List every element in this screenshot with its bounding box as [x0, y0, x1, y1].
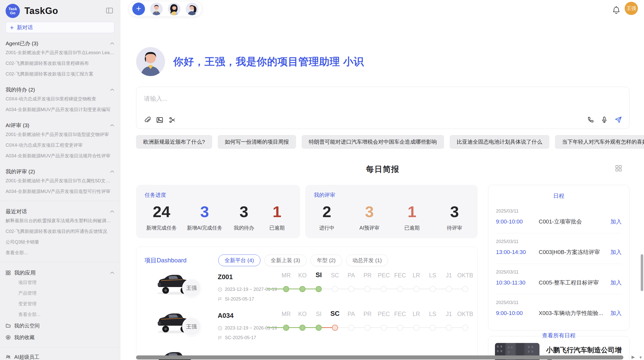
apps-grid-icon [6, 270, 11, 275]
sidebar-item[interactable]: Z001-全新燃油皮卡产品开发项目SI节点Lesson Learn报告 [6, 47, 114, 58]
stats-cards: 任务进度24新增完成任务3新增AI完成任务3我的待办1已逾期我的评审2进行中3A… [136, 185, 478, 238]
owner-name: 王强 [186, 284, 197, 292]
sidebar-item[interactable]: Z001-全新燃油轻卡产品开发项目SI造型提交物评审 [6, 129, 114, 140]
sidebar-subitem[interactable]: 产品管理 [6, 288, 114, 298]
horizontal-scrollbar[interactable] [136, 355, 623, 359]
cloud-space-label: 我的云空间 [14, 322, 40, 329]
suggestion-chip[interactable]: 特朗普可能对进口汽车增税会对中国车企造成哪些影响 [302, 135, 444, 149]
dashboard-tab[interactable]: 年型 (2) [311, 254, 342, 266]
sidebar-item[interactable]: C0X4-动力总成开发项目工程变更评审 [6, 140, 114, 151]
scroll-down-arrow-icon[interactable]: ▼ [639, 355, 642, 359]
sidebar-item[interactable]: C02-飞腾新能源轻客改款项目里程碑画布 [6, 58, 114, 69]
dashboard-tab[interactable]: 全新上装 (3) [265, 254, 307, 266]
chevron-up-icon[interactable] [110, 210, 114, 213]
milestone-label: J1 [446, 311, 452, 318]
voice-call-icon[interactable] [587, 116, 594, 123]
sidebar-section-header[interactable]: 我的待办 (2) [6, 86, 114, 94]
milestone-label: PA [348, 311, 355, 318]
stat-value: 1 [266, 203, 288, 221]
milestone-dot [299, 325, 305, 331]
milestone-dot [462, 286, 468, 292]
daily-briefing-header: 每日简报 [136, 164, 630, 173]
sidebar-item[interactable]: A034-全新新能源MUV产品开发项目计划变更表编写 [6, 104, 114, 115]
tool-label: AI超级员工 [14, 354, 39, 360]
vertical-scrollbar[interactable] [641, 254, 643, 291]
layout-grid-icon[interactable] [615, 165, 622, 173]
attachment-icon[interactable] [143, 116, 151, 124]
schedule-entry: 2025/03/1113:00-14:30C003|H0B-方案冻结评审加入 [496, 239, 622, 264]
insert-image-icon[interactable] [156, 116, 163, 124]
schedule-name: X003-车辆动力学性能验... [539, 309, 607, 317]
new-chat-button[interactable]: + 新对话 [6, 22, 114, 33]
sidebar-item[interactable]: 解释最新出台的欧盟报废车法规再生塑料比例被调至15%... [6, 215, 114, 226]
dashboard-tab[interactable]: 全新平台 (4) [218, 254, 260, 266]
message-composer[interactable]: 请输入... [136, 87, 630, 129]
chevron-up-icon[interactable] [110, 42, 114, 45]
project-milestone-flag: SI-2025-05-17 [218, 296, 254, 302]
scroll-right-arrow-icon[interactable]: ▶ [632, 354, 635, 360]
sidebar-section-header[interactable]: 我的评审 (2) [6, 168, 114, 175]
sidebar-item[interactable]: Z001-全新燃油轻卡产品开发项目SI节点属性5D文件评审 [6, 175, 114, 186]
schedule-entry: 2025/03/119:00-10:00C001-立项审批会加入 [496, 208, 622, 233]
section-title: 我的评审 (2) [6, 168, 35, 175]
milestone-label: SC [331, 272, 339, 279]
sidebar-item-cloud-space[interactable]: 我的云空间 [6, 320, 114, 332]
sidebar-toggle-icon[interactable] [106, 8, 113, 14]
suggestion-chip[interactable]: 如何写一份清晰的项目周报 [218, 135, 296, 149]
schedule-date: 2025/03/11 [496, 239, 622, 244]
chevron-up-icon[interactable] [110, 124, 114, 127]
sidebar-item-my-apps[interactable]: 我的应用 [6, 268, 114, 277]
join-link[interactable]: 加入 [610, 279, 622, 287]
sidebar-item[interactable]: A034-全新新能源MUV产品开发项目造型可行性评审 [6, 186, 114, 197]
scissors-icon[interactable] [169, 116, 176, 124]
suggestion-chips: 欧洲新规最近颁布了什么?如何写一份清晰的项目周报特朗普可能对进口汽车增税会对中国… [136, 135, 630, 149]
stat-value: 3 [443, 203, 466, 221]
join-link[interactable]: 加入 [610, 248, 622, 256]
milestone-label: LS [429, 311, 436, 318]
sidebar-item[interactable]: C0X4-动力总成开发项目SI里程碑提交物检查 [6, 94, 114, 104]
milestone-dot [348, 325, 354, 331]
sidebar-subitem[interactable]: 变更管理 [6, 298, 114, 309]
sidebar-item[interactable]: 公司Q3轻卡销量 [6, 237, 114, 247]
stat-columns: 2进行中3AI预评审1已逾期3待评审 [314, 203, 467, 231]
stat-label: 已逾期 [266, 224, 288, 231]
stat-column: 3我的待办 [232, 203, 255, 231]
dashboard-tabs: 全新平台 (4)全新上装 (3)年型 (2)动总开发 (1) [218, 254, 388, 266]
chevron-up-icon[interactable] [110, 272, 114, 274]
sidebar-item[interactable]: 查看全部... [6, 247, 114, 258]
chevron-up-icon[interactable] [110, 170, 114, 173]
schedule-name: C003|H0B-方案冻结评审 [539, 248, 607, 256]
project-row[interactable]: 王强Z0012023-12-19 ~ 2027-01-19SI-2025-05-… [144, 272, 477, 310]
stat-card-title: 任务进度 [145, 191, 290, 199]
stat-value: 1 [401, 203, 423, 221]
timeline-done-line [267, 289, 319, 289]
stat-label: 已逾期 [401, 224, 423, 231]
join-link[interactable]: 加入 [610, 309, 622, 317]
schedule-card: 日程 2025/03/119:00-10:00C001-立项审批会加入2025/… [488, 185, 630, 331]
sidebar-item[interactable]: C02-飞腾新能源轻客改款项目立项汇报方案 [6, 69, 114, 79]
sidebar-section-header[interactable]: Agent已办 (3) [6, 40, 114, 47]
suggestion-chip[interactable]: 比亚迪全固态电池计划具体说了什么 [450, 135, 549, 149]
star-badge-icon [6, 335, 11, 340]
view-all-schedule-link[interactable]: 查看所有日程 [496, 330, 622, 342]
milestone-dot [348, 286, 354, 292]
sidebar-item[interactable]: C02-飞腾新能源轻客改款项目的闭环通告反馈情况 [6, 226, 114, 237]
suggestion-chip[interactable]: 当下年轻人对汽车外观有怎样的喜好趋势 [555, 135, 644, 149]
schedule-name: C005-整车工程目标评审 [539, 279, 607, 287]
schedule-time: 13:00-14:30 [496, 249, 539, 256]
project-row[interactable]: 王强A0342023-12-19 ~ 2026-01-19SC-2025-05-… [144, 310, 477, 349]
sidebar-item-favorites[interactable]: 我的收藏 [6, 332, 114, 343]
chevron-up-icon[interactable] [110, 88, 114, 91]
join-link[interactable]: 加入 [610, 218, 622, 226]
microphone-icon[interactable] [601, 116, 608, 123]
send-icon[interactable] [614, 116, 622, 124]
dashboard-tab[interactable]: 动总开发 (1) [346, 254, 388, 266]
sidebar-subitem[interactable]: 项目管理 [6, 277, 114, 288]
sidebar-item[interactable]: A034-全新新能源MUV产品开发项目法规符合性评审 [6, 151, 114, 161]
sidebar-section-header[interactable]: 最近对话 [6, 208, 114, 215]
suggestion-chip[interactable]: 欧洲新规最近颁布了什么? [136, 135, 212, 149]
sidebar-section-header[interactable]: AI评审 (3) [6, 122, 114, 129]
milestone-label: LR [413, 311, 420, 318]
sidebar-item-tool-0[interactable]: AI超级员工 [6, 351, 114, 360]
sidebar-subitem[interactable]: 查看全部... [6, 309, 114, 320]
